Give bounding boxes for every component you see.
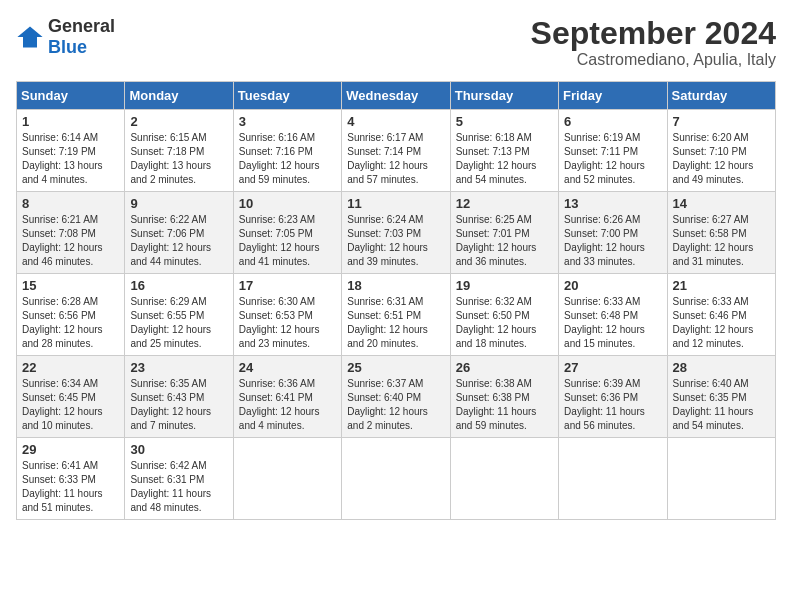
title-area: September 2024 Castromediano, Apulia, It… [531, 16, 776, 69]
calendar-day-cell [667, 438, 775, 520]
calendar-day-cell: 29 Sunrise: 6:41 AMSunset: 6:33 PMDaylig… [17, 438, 125, 520]
day-info: Sunrise: 6:32 AMSunset: 6:50 PMDaylight:… [456, 296, 537, 349]
day-info: Sunrise: 6:22 AMSunset: 7:06 PMDaylight:… [130, 214, 211, 267]
logo: General Blue [16, 16, 115, 58]
header-saturday: Saturday [667, 82, 775, 110]
day-number: 2 [130, 114, 227, 129]
calendar-day-cell [342, 438, 450, 520]
day-number: 10 [239, 196, 336, 211]
logo-general: General [48, 16, 115, 36]
calendar-day-cell: 2 Sunrise: 6:15 AMSunset: 7:18 PMDayligh… [125, 110, 233, 192]
calendar-week-row: 1 Sunrise: 6:14 AMSunset: 7:19 PMDayligh… [17, 110, 776, 192]
header-tuesday: Tuesday [233, 82, 341, 110]
day-info: Sunrise: 6:19 AMSunset: 7:11 PMDaylight:… [564, 132, 645, 185]
weekday-header-row: Sunday Monday Tuesday Wednesday Thursday… [17, 82, 776, 110]
day-info: Sunrise: 6:26 AMSunset: 7:00 PMDaylight:… [564, 214, 645, 267]
day-info: Sunrise: 6:35 AMSunset: 6:43 PMDaylight:… [130, 378, 211, 431]
day-info: Sunrise: 6:14 AMSunset: 7:19 PMDaylight:… [22, 132, 103, 185]
day-info: Sunrise: 6:40 AMSunset: 6:35 PMDaylight:… [673, 378, 754, 431]
month-title: September 2024 [531, 16, 776, 51]
day-number: 21 [673, 278, 770, 293]
day-number: 13 [564, 196, 661, 211]
calendar-day-cell: 28 Sunrise: 6:40 AMSunset: 6:35 PMDaylig… [667, 356, 775, 438]
calendar-day-cell: 15 Sunrise: 6:28 AMSunset: 6:56 PMDaylig… [17, 274, 125, 356]
calendar-day-cell [450, 438, 558, 520]
header-sunday: Sunday [17, 82, 125, 110]
day-number: 25 [347, 360, 444, 375]
calendar-day-cell: 23 Sunrise: 6:35 AMSunset: 6:43 PMDaylig… [125, 356, 233, 438]
calendar-day-cell: 30 Sunrise: 6:42 AMSunset: 6:31 PMDaylig… [125, 438, 233, 520]
day-number: 9 [130, 196, 227, 211]
calendar-day-cell: 27 Sunrise: 6:39 AMSunset: 6:36 PMDaylig… [559, 356, 667, 438]
day-number: 16 [130, 278, 227, 293]
day-info: Sunrise: 6:41 AMSunset: 6:33 PMDaylight:… [22, 460, 103, 513]
day-number: 1 [22, 114, 119, 129]
day-info: Sunrise: 6:31 AMSunset: 6:51 PMDaylight:… [347, 296, 428, 349]
calendar-day-cell: 9 Sunrise: 6:22 AMSunset: 7:06 PMDayligh… [125, 192, 233, 274]
day-number: 22 [22, 360, 119, 375]
calendar-day-cell: 14 Sunrise: 6:27 AMSunset: 6:58 PMDaylig… [667, 192, 775, 274]
calendar-day-cell: 25 Sunrise: 6:37 AMSunset: 6:40 PMDaylig… [342, 356, 450, 438]
calendar-day-cell [559, 438, 667, 520]
day-number: 4 [347, 114, 444, 129]
day-info: Sunrise: 6:17 AMSunset: 7:14 PMDaylight:… [347, 132, 428, 185]
day-info: Sunrise: 6:33 AMSunset: 6:46 PMDaylight:… [673, 296, 754, 349]
day-number: 5 [456, 114, 553, 129]
logo-blue: Blue [48, 37, 87, 57]
day-info: Sunrise: 6:28 AMSunset: 6:56 PMDaylight:… [22, 296, 103, 349]
logo-text: General Blue [48, 16, 115, 58]
day-number: 26 [456, 360, 553, 375]
calendar-day-cell: 8 Sunrise: 6:21 AMSunset: 7:08 PMDayligh… [17, 192, 125, 274]
day-info: Sunrise: 6:23 AMSunset: 7:05 PMDaylight:… [239, 214, 320, 267]
day-number: 20 [564, 278, 661, 293]
day-number: 28 [673, 360, 770, 375]
day-info: Sunrise: 6:16 AMSunset: 7:16 PMDaylight:… [239, 132, 320, 185]
calendar-day-cell: 20 Sunrise: 6:33 AMSunset: 6:48 PMDaylig… [559, 274, 667, 356]
header-friday: Friday [559, 82, 667, 110]
day-number: 3 [239, 114, 336, 129]
calendar-week-row: 15 Sunrise: 6:28 AMSunset: 6:56 PMDaylig… [17, 274, 776, 356]
calendar-table: Sunday Monday Tuesday Wednesday Thursday… [16, 81, 776, 520]
header-thursday: Thursday [450, 82, 558, 110]
day-number: 15 [22, 278, 119, 293]
day-info: Sunrise: 6:33 AMSunset: 6:48 PMDaylight:… [564, 296, 645, 349]
day-info: Sunrise: 6:34 AMSunset: 6:45 PMDaylight:… [22, 378, 103, 431]
calendar-day-cell: 21 Sunrise: 6:33 AMSunset: 6:46 PMDaylig… [667, 274, 775, 356]
header-monday: Monday [125, 82, 233, 110]
calendar-day-cell: 24 Sunrise: 6:36 AMSunset: 6:41 PMDaylig… [233, 356, 341, 438]
day-info: Sunrise: 6:29 AMSunset: 6:55 PMDaylight:… [130, 296, 211, 349]
day-info: Sunrise: 6:37 AMSunset: 6:40 PMDaylight:… [347, 378, 428, 431]
day-number: 8 [22, 196, 119, 211]
day-info: Sunrise: 6:36 AMSunset: 6:41 PMDaylight:… [239, 378, 320, 431]
day-info: Sunrise: 6:15 AMSunset: 7:18 PMDaylight:… [130, 132, 211, 185]
page-header: General Blue September 2024 Castromedian… [16, 16, 776, 69]
day-info: Sunrise: 6:38 AMSunset: 6:38 PMDaylight:… [456, 378, 537, 431]
location-title: Castromediano, Apulia, Italy [531, 51, 776, 69]
logo-icon [16, 23, 44, 51]
day-number: 17 [239, 278, 336, 293]
day-number: 12 [456, 196, 553, 211]
day-info: Sunrise: 6:24 AMSunset: 7:03 PMDaylight:… [347, 214, 428, 267]
day-number: 27 [564, 360, 661, 375]
day-number: 23 [130, 360, 227, 375]
calendar-day-cell: 22 Sunrise: 6:34 AMSunset: 6:45 PMDaylig… [17, 356, 125, 438]
calendar-day-cell: 16 Sunrise: 6:29 AMSunset: 6:55 PMDaylig… [125, 274, 233, 356]
calendar-day-cell [233, 438, 341, 520]
day-number: 6 [564, 114, 661, 129]
calendar-day-cell: 19 Sunrise: 6:32 AMSunset: 6:50 PMDaylig… [450, 274, 558, 356]
calendar-week-row: 8 Sunrise: 6:21 AMSunset: 7:08 PMDayligh… [17, 192, 776, 274]
calendar-day-cell: 6 Sunrise: 6:19 AMSunset: 7:11 PMDayligh… [559, 110, 667, 192]
calendar-day-cell: 26 Sunrise: 6:38 AMSunset: 6:38 PMDaylig… [450, 356, 558, 438]
calendar-day-cell: 7 Sunrise: 6:20 AMSunset: 7:10 PMDayligh… [667, 110, 775, 192]
day-info: Sunrise: 6:25 AMSunset: 7:01 PMDaylight:… [456, 214, 537, 267]
day-number: 29 [22, 442, 119, 457]
calendar-day-cell: 12 Sunrise: 6:25 AMSunset: 7:01 PMDaylig… [450, 192, 558, 274]
header-wednesday: Wednesday [342, 82, 450, 110]
day-info: Sunrise: 6:18 AMSunset: 7:13 PMDaylight:… [456, 132, 537, 185]
calendar-day-cell: 5 Sunrise: 6:18 AMSunset: 7:13 PMDayligh… [450, 110, 558, 192]
day-info: Sunrise: 6:39 AMSunset: 6:36 PMDaylight:… [564, 378, 645, 431]
calendar-day-cell: 13 Sunrise: 6:26 AMSunset: 7:00 PMDaylig… [559, 192, 667, 274]
calendar-day-cell: 3 Sunrise: 6:16 AMSunset: 7:16 PMDayligh… [233, 110, 341, 192]
calendar-day-cell: 1 Sunrise: 6:14 AMSunset: 7:19 PMDayligh… [17, 110, 125, 192]
day-info: Sunrise: 6:30 AMSunset: 6:53 PMDaylight:… [239, 296, 320, 349]
